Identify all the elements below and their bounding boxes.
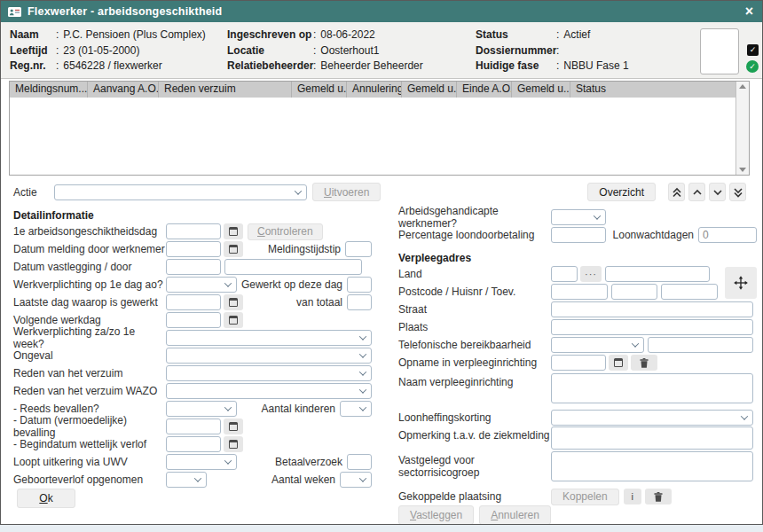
calendar-icon[interactable] xyxy=(224,294,243,310)
volgende-werkdag-label: Volgende werkdag xyxy=(13,314,166,326)
column-header-reden-verzuim[interactable]: Reden verzuim xyxy=(159,82,292,98)
calendar-icon[interactable] xyxy=(609,355,628,371)
plaats-input[interactable] xyxy=(551,319,753,335)
gewerkt-op-deze-dag-input[interactable] xyxy=(347,277,372,293)
vastgelegd-door-input[interactable] xyxy=(224,259,362,275)
scroll-prev-button[interactable] xyxy=(688,183,705,201)
reden-verzuim-wazo-select[interactable] xyxy=(166,383,372,399)
betaalverzoek-input[interactable] xyxy=(347,454,372,470)
vastleggen-button[interactable]: Vastleggen xyxy=(398,505,474,525)
column-header-gemeld-3[interactable]: Gemeld u... xyxy=(512,82,570,98)
straat-input[interactable] xyxy=(551,301,753,317)
opname-datum-input[interactable] xyxy=(551,355,606,371)
column-header-einde[interactable]: Einde A.O. xyxy=(457,82,512,98)
detail-right-column: Arbeidsgehandicapte werknemer? Percentag… xyxy=(398,208,757,513)
chevron-down-icon xyxy=(359,386,366,393)
geboorteverlof-select[interactable] xyxy=(166,472,207,488)
datum-vastlegging-label: Datum vastlegging / door xyxy=(13,261,166,273)
postcode-input[interactable] xyxy=(551,284,608,300)
aantal-kinderen-select[interactable] xyxy=(340,401,372,417)
overzicht-button[interactable]: Overzicht xyxy=(587,183,656,201)
straat-label: Straat xyxy=(398,303,551,316)
chevron-down-icon xyxy=(224,279,232,286)
calendar-icon[interactable] xyxy=(224,312,243,328)
huisnr-input[interactable] xyxy=(611,284,657,300)
calendar-icon[interactable] xyxy=(224,223,243,239)
reden-verzuim-select[interactable] xyxy=(166,365,372,381)
telefoonnummer-input[interactable] xyxy=(648,337,753,353)
scroll-up-icon[interactable] xyxy=(739,84,746,89)
calendar-icon[interactable] xyxy=(224,419,243,434)
loonwachtdagen-label: Loonwachtdagen xyxy=(613,229,698,241)
toevoeging-input[interactable] xyxy=(661,284,718,300)
column-header-aanvang[interactable]: Aanvang A.O. xyxy=(88,82,159,98)
eerste-ao-dag-input[interactable] xyxy=(166,223,221,239)
trash-icon[interactable] xyxy=(645,489,672,505)
sectorrisicogroep-textarea[interactable] xyxy=(551,451,753,481)
status-ok-icon: ✓ xyxy=(746,60,759,73)
land-naam-input[interactable] xyxy=(605,266,710,282)
begindatum-verlof-label: - Begindatum wettelijk verlof xyxy=(13,438,166,450)
volgende-werkdag-input[interactable] xyxy=(166,312,221,328)
section-title-detailinformatie: Detailinformatie xyxy=(13,208,372,223)
gewerkt-op-deze-dag-label: Gewerkt op deze dag xyxy=(241,278,347,291)
column-header-status[interactable]: Status xyxy=(570,82,735,98)
koppelen-button[interactable]: Koppelen xyxy=(551,489,619,505)
ellipsis-lookup-button[interactable]: ··· xyxy=(580,266,602,282)
land-code-input[interactable] xyxy=(551,266,578,282)
controleren-button[interactable]: Controleren xyxy=(248,223,323,240)
table-body[interactable] xyxy=(10,98,735,175)
ok-button[interactable]: Ok xyxy=(17,489,75,508)
info-button[interactable]: i xyxy=(624,489,641,505)
calendar-icon[interactable] xyxy=(224,436,243,452)
aantal-weken-select[interactable] xyxy=(340,472,372,488)
scroll-next-button[interactable] xyxy=(709,183,726,201)
datum-bevalling-input[interactable] xyxy=(166,419,221,434)
naam-verpleeginrichting-textarea[interactable] xyxy=(551,373,753,403)
field-value: P.C. Pensioen (Plus Complex) xyxy=(63,27,206,43)
meldingstijdstip-input[interactable] xyxy=(345,241,372,257)
field-value: 6546228 / flexwerker xyxy=(63,59,161,74)
column-header-annulering[interactable]: Annulering xyxy=(347,82,402,98)
column-header-gemeld-1[interactable]: Gemeld u... xyxy=(292,82,347,98)
scroll-last-button[interactable] xyxy=(729,183,746,201)
scroll-first-button[interactable] xyxy=(668,183,685,201)
trash-icon[interactable] xyxy=(631,355,657,371)
uitvoeren-button[interactable]: Uitvoeren xyxy=(312,183,381,201)
begindatum-verlof-input[interactable] xyxy=(166,436,221,452)
checkbox-checked-icon[interactable]: ✓ xyxy=(747,44,759,56)
loonheffingskorting-select[interactable] xyxy=(551,410,753,426)
opmerking-ziekmelding-textarea[interactable] xyxy=(551,426,753,450)
table-scrollbar[interactable] xyxy=(735,82,749,175)
ongeval-select[interactable] xyxy=(166,348,372,364)
opname-verpleeginrichting-label: Opname in verpleeginrichting xyxy=(398,356,551,369)
column-header-meldingsnummer[interactable]: Meldingsnum... xyxy=(10,82,88,98)
naam-verpleeginrichting-label: Naam verpleeginrichting xyxy=(398,373,551,388)
column-header-gemeld-2[interactable]: Gemeld u... xyxy=(402,82,457,98)
datum-melding-input[interactable] xyxy=(166,241,221,257)
annuleren-button[interactable]: Annuleren xyxy=(479,505,551,525)
datum-vastlegging-input[interactable] xyxy=(166,259,221,275)
arbeidsgehandicapte-select[interactable] xyxy=(551,209,606,225)
field-label: Leeftijd xyxy=(10,43,56,59)
detail-form: Detailinformatie 1e arbeidsongeschikthei… xyxy=(1,201,762,513)
actie-select[interactable] xyxy=(54,184,307,200)
loopt-uitkering-uwv-select[interactable] xyxy=(166,454,237,470)
move-icon[interactable] xyxy=(725,267,757,299)
close-button[interactable]: × xyxy=(743,4,755,19)
loonwachtdagen-input[interactable] xyxy=(698,227,757,243)
percentage-loondoorbetaling-input[interactable] xyxy=(551,227,606,243)
scroll-down-icon[interactable] xyxy=(739,168,746,172)
werkverplichting-1e-dag-select[interactable] xyxy=(166,277,237,293)
colon: : xyxy=(313,27,320,43)
reeds-bevallen-select[interactable] xyxy=(166,401,237,417)
telefoon-type-select[interactable] xyxy=(551,337,644,353)
laatste-dag-gewerkt-input[interactable] xyxy=(166,294,221,310)
chevron-down-icon xyxy=(359,350,366,357)
calendar-icon[interactable] xyxy=(224,241,243,257)
field-label: Reg.nr. xyxy=(10,59,56,74)
werkverplichting-zazo-select[interactable] xyxy=(166,330,372,346)
table-header: Meldingsnum... Aanvang A.O. Reden verzui… xyxy=(10,82,735,98)
field-label: Naam xyxy=(10,27,56,43)
van-totaal-input[interactable] xyxy=(347,294,372,310)
